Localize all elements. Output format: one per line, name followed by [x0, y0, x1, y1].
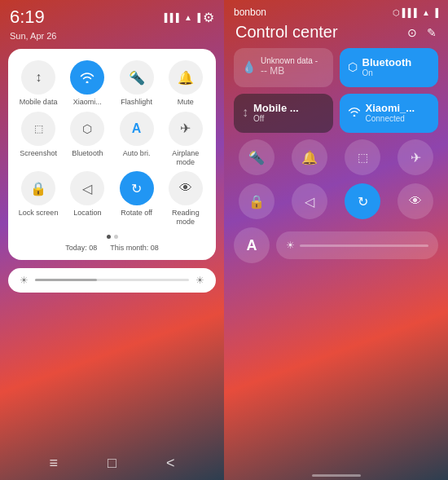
left-nav-bar: ≡ □ < [0, 455, 224, 472]
unknown-data-tile[interactable]: 💧 Unknown data - -- MB [234, 48, 333, 87]
qs-location[interactable]: ◁ Location [65, 171, 109, 227]
brightness-min-icon: ☀ [20, 275, 29, 286]
qs-airplane-label: Airplane mode [164, 149, 208, 167]
qs-bluetooth[interactable]: ⬡ Bluetooth [65, 112, 109, 167]
cc-bell-btn[interactable]: 🔔 [292, 139, 327, 175]
cc-icon-row1: 🔦 🔔 ⬚ ✈ [234, 139, 438, 175]
qs-rotate-label: Rotate off [121, 209, 152, 218]
left-status-icons: ▌▌▌ ▲ ▐ ⚙ [165, 10, 214, 25]
bluetooth-tile[interactable]: ⬡ Bluetooth On [340, 48, 439, 87]
font-a-label: A [247, 237, 257, 254]
unknown-data-label: Unknown data - [261, 56, 318, 65]
brightness-bar[interactable] [35, 279, 189, 281]
brightness-fill [35, 279, 97, 281]
qs-rotate[interactable]: ↻ Rotate off [115, 171, 159, 227]
lock-screen-icon: 🔒 [21, 171, 55, 205]
wifi-status-icon: ▲ [422, 8, 430, 17]
qs-screenshot[interactable]: ⬚ Screenshot [16, 112, 60, 167]
cc-top-row: 💧 Unknown data - -- MB ⬡ Bluetooth On [234, 48, 438, 87]
cc-brightness-control[interactable]: ☀ [276, 231, 438, 259]
gear-icon[interactable]: ⚙ [203, 10, 214, 25]
qs-mute-label: Mute [178, 98, 194, 107]
bt-status-icon: ⬡ [393, 8, 400, 17]
qs-airplane[interactable]: ✈ Airplane mode [164, 112, 208, 167]
carrier-name: bonbon [234, 7, 266, 18]
brightness-max-icon: ☀ [195, 275, 204, 286]
cc-reading-btn[interactable]: 👁 [397, 183, 433, 219]
bt-tile-status: On [362, 68, 412, 77]
qs-reading[interactable]: 👁 Reading mode [164, 171, 208, 227]
wifi-tile-header: Xiaomi_... Connected [348, 102, 431, 123]
cc-brightness-bar[interactable] [300, 244, 428, 247]
left-date: Sun, Apr 26 [0, 31, 224, 46]
cc-screenshot-btn[interactable]: ⬚ [345, 139, 380, 175]
right-panel: bonbon ⬡ ▌▌▌ ▲ ▐ Control center ⊙ ✎ 💧 Un… [224, 0, 448, 480]
mobile-tile-header: ↕ Mobile ... Off [242, 102, 325, 123]
mobile-tile-icon: ↕ [242, 105, 248, 120]
mobile-tile-status: Off [253, 114, 299, 123]
wifi-icon: ▲ [184, 13, 192, 22]
left-status-bar: 6:19 ▌▌▌ ▲ ▐ ⚙ [0, 0, 224, 31]
qs-lock-screen[interactable]: 🔒 Lock screen [16, 171, 60, 227]
qs-reading-label: Reading mode [164, 209, 208, 227]
cc-title: Control center [235, 23, 338, 42]
left-time: 6:19 [10, 7, 45, 28]
qs-mobile-data[interactable]: ↕ Mobile data [16, 60, 60, 107]
cc-rotate-btn[interactable]: ↻ [345, 183, 380, 219]
auto-brightness-icon: A [120, 112, 154, 146]
cc-mid-row: ↕ Mobile ... Off [234, 94, 438, 133]
wifi-tile-status: Connected [366, 114, 415, 123]
water-drop-icon: 💧 [242, 60, 256, 73]
wifi-icon-btn [70, 60, 104, 95]
signal-status-icon: ▌▌▌ [402, 8, 419, 17]
location-icon: ◁ [70, 171, 104, 205]
home-icon[interactable]: □ [108, 455, 116, 472]
right-status-icons: ⬡ ▌▌▌ ▲ ▐ [393, 8, 438, 17]
screenshot-icon: ⬚ [21, 112, 55, 146]
cc-airplane-btn[interactable]: ✈ [397, 139, 433, 175]
mobile-tile-title: Mobile ... [253, 102, 299, 114]
qs-mute[interactable]: 🔔 Mute [164, 60, 208, 107]
bt-tile-title: Bluetooth [362, 56, 412, 68]
wifi-tile-title: Xiaomi_... [366, 102, 415, 114]
menu-icon[interactable]: ≡ [50, 455, 59, 472]
qs-bluetooth-label: Bluetooth [72, 149, 103, 158]
qs-location-label: Location [73, 209, 101, 218]
qs-auto-label: Auto bri. [123, 149, 151, 158]
cc-location-btn[interactable]: ◁ [292, 183, 327, 219]
back-icon[interactable]: < [166, 455, 175, 472]
qs-auto-brightness[interactable]: A Auto bri. [115, 112, 159, 167]
quick-settings-panel: ↕ Mobile data Xiaomi... 🔦 Flashlight � [8, 49, 216, 260]
data-value: -- MB [261, 65, 318, 77]
left-brightness-row[interactable]: ☀ ☀ [8, 268, 216, 293]
qs-flashlight[interactable]: 🔦 Flashlight [115, 60, 159, 107]
qs-screenshot-label: Screenshot [20, 149, 57, 158]
wifi-tile[interactable]: Xiaomi_... Connected [340, 94, 439, 133]
battery-status-icon: ▐ [433, 8, 438, 17]
cc-bottom-handle [312, 474, 361, 477]
wifi-tile-icon [348, 106, 361, 119]
bluetooth-icon: ⬡ [70, 112, 104, 146]
qs-mobile-label: Mobile data [20, 98, 58, 107]
cc-flashlight-btn[interactable]: 🔦 [239, 139, 275, 175]
qs-flashlight-label: Flashlight [121, 98, 152, 107]
flashlight-icon: 🔦 [120, 60, 154, 95]
mute-icon: 🔔 [169, 60, 203, 95]
reading-icon: 👁 [169, 171, 203, 205]
battery-icon: ▐ [195, 13, 200, 22]
qs-dot-2 [114, 235, 118, 239]
cc-header: Control center ⊙ ✎ [224, 20, 448, 48]
cc-font-btn[interactable]: A [234, 227, 270, 263]
cc-bottom-row: A ☀ [234, 227, 438, 263]
settings-circle-icon[interactable]: ⊙ [407, 26, 417, 39]
left-panel: 6:19 ▌▌▌ ▲ ▐ ⚙ Sun, Apr 26 ↕ Mobile data [0, 0, 224, 480]
qs-dot-1 [107, 235, 111, 239]
data-tile-header: 💧 Unknown data - -- MB [242, 56, 325, 77]
mobile-tile[interactable]: ↕ Mobile ... Off [234, 94, 333, 133]
cc-header-icons: ⊙ ✎ [407, 26, 437, 39]
edit-icon[interactable]: ✎ [427, 26, 437, 39]
qs-wifi[interactable]: Xiaomi... [65, 60, 109, 107]
cc-brightness-icon: ☀ [286, 240, 295, 251]
cc-lock-btn[interactable]: 🔒 [239, 183, 275, 219]
mobile-data-icon: ↕ [21, 60, 55, 95]
